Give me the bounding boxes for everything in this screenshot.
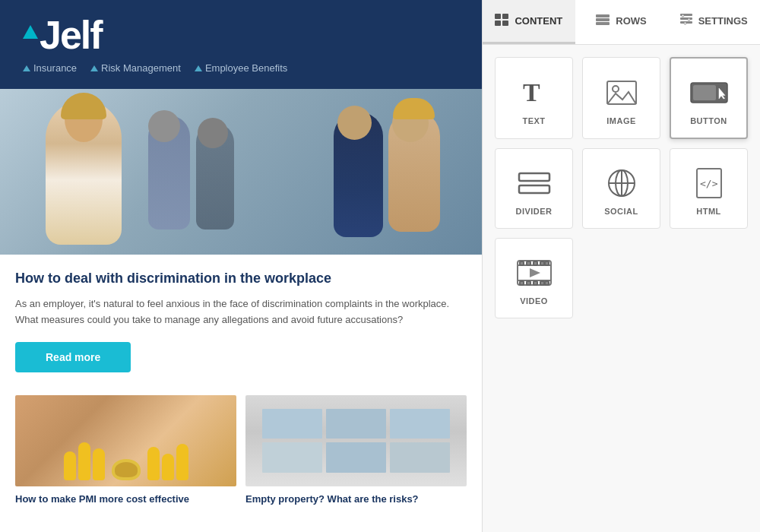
svg-rect-5 bbox=[596, 18, 610, 21]
text-icon: T bbox=[515, 77, 554, 109]
svg-rect-36 bbox=[527, 281, 530, 285]
tab-settings-label: SETTINGS bbox=[698, 15, 748, 27]
sub-articles: How to make PMI more cost effective bbox=[0, 395, 482, 521]
content-item-html[interactable]: </> HTML bbox=[670, 148, 748, 229]
nav-employee-benefits: Employee Benefits bbox=[195, 62, 287, 74]
button-item-label: BUTTON bbox=[690, 116, 727, 125]
hero-image bbox=[0, 89, 482, 255]
button-icon bbox=[689, 77, 729, 109]
hero-image-inner bbox=[0, 89, 482, 255]
nav-arrow-icon bbox=[90, 65, 98, 71]
people-figures bbox=[64, 395, 188, 486]
svg-text:</>: </> bbox=[700, 178, 718, 189]
svg-rect-38 bbox=[540, 281, 544, 285]
figure-1 bbox=[64, 451, 76, 480]
svg-rect-6 bbox=[596, 22, 610, 25]
sub-article-1: How to make PMI more cost effective bbox=[15, 395, 236, 506]
html-item-label: HTML bbox=[696, 207, 721, 216]
svg-rect-31 bbox=[527, 261, 530, 265]
image-item-label: IMAGE bbox=[606, 116, 636, 125]
main-article: How to deal with discrimination in the w… bbox=[0, 255, 482, 395]
content-tab-icon bbox=[495, 14, 508, 28]
svg-rect-34 bbox=[545, 261, 549, 265]
svg-rect-11 bbox=[688, 18, 690, 21]
content-item-text[interactable]: T TEXT bbox=[495, 57, 573, 139]
tab-rows[interactable]: ROWS bbox=[575, 0, 668, 44]
logo-diamond-icon bbox=[23, 25, 38, 39]
nav-arrow-icon bbox=[23, 65, 30, 71]
svg-rect-17 bbox=[693, 85, 716, 100]
svg-rect-1 bbox=[502, 14, 508, 19]
logo: Jelf bbox=[23, 15, 102, 55]
main-article-body: As an employer, it's natural to feel anx… bbox=[15, 296, 467, 328]
email-preview-panel: Jelf Insurance Risk Management Employee … bbox=[0, 0, 483, 532]
social-icon bbox=[602, 167, 641, 199]
settings-tab-icon bbox=[680, 14, 692, 28]
svg-marker-40 bbox=[530, 268, 540, 277]
svg-rect-4 bbox=[596, 14, 610, 17]
nav-insurance: Insurance bbox=[23, 62, 77, 74]
content-item-video[interactable]: VIDEO bbox=[495, 238, 573, 318]
divider-item-label: DIVIDER bbox=[515, 207, 552, 216]
rows-tab-icon bbox=[596, 14, 610, 27]
figure-6 bbox=[176, 444, 188, 480]
svg-rect-37 bbox=[534, 281, 537, 285]
svg-rect-20 bbox=[519, 185, 549, 193]
svg-rect-30 bbox=[520, 261, 524, 265]
logo-text: Jelf bbox=[40, 15, 102, 55]
content-item-social[interactable]: SOCIAL bbox=[582, 148, 660, 229]
svg-text:T: T bbox=[523, 78, 540, 106]
svg-rect-33 bbox=[540, 261, 544, 265]
svg-rect-32 bbox=[534, 261, 537, 265]
image-icon bbox=[602, 77, 641, 109]
svg-rect-12 bbox=[684, 22, 686, 24]
content-item-button[interactable]: BUTTON bbox=[670, 57, 748, 139]
figure-3 bbox=[93, 448, 105, 480]
nav-risk-management: Risk Management bbox=[90, 62, 181, 74]
sub-article-1-title: How to make PMI more cost effective bbox=[15, 492, 236, 506]
tab-content[interactable]: CONTENT bbox=[483, 0, 575, 44]
nav-arrow-icon bbox=[195, 65, 202, 71]
svg-rect-8 bbox=[680, 17, 692, 20]
svg-rect-0 bbox=[495, 14, 501, 19]
html-icon: </> bbox=[689, 167, 729, 199]
video-item-label: VIDEO bbox=[520, 296, 548, 306]
sub-article-2: Empty property? What are the risks? bbox=[245, 395, 467, 506]
read-more-button[interactable]: Read more bbox=[15, 342, 131, 372]
text-item-label: TEXT bbox=[522, 116, 545, 125]
tab-settings[interactable]: SETTINGS bbox=[667, 0, 760, 44]
figure-5 bbox=[162, 454, 174, 480]
content-item-image[interactable]: IMAGE bbox=[582, 57, 660, 139]
svg-rect-39 bbox=[545, 281, 549, 285]
svg-rect-2 bbox=[495, 21, 501, 26]
right-panel: CONTENT ROWS bbox=[483, 0, 760, 532]
svg-rect-14 bbox=[607, 81, 636, 104]
svg-rect-10 bbox=[682, 14, 684, 17]
svg-rect-3 bbox=[502, 21, 508, 26]
figure-2 bbox=[78, 442, 90, 480]
video-icon bbox=[515, 257, 554, 289]
svg-point-15 bbox=[613, 86, 619, 92]
figure-4 bbox=[147, 447, 160, 480]
svg-rect-19 bbox=[519, 173, 549, 181]
sub-article-2-title: Empty property? What are the risks? bbox=[245, 492, 467, 506]
coin-icon bbox=[112, 459, 141, 480]
svg-rect-35 bbox=[520, 281, 524, 285]
content-item-divider[interactable]: DIVIDER bbox=[495, 148, 573, 229]
nav-links: Insurance Risk Management Employee Benef… bbox=[23, 62, 287, 74]
tab-content-label: CONTENT bbox=[515, 15, 562, 27]
divider-icon bbox=[515, 167, 554, 199]
sub-article-1-image bbox=[15, 395, 236, 486]
tabs-header: CONTENT ROWS bbox=[483, 0, 760, 45]
tab-rows-label: ROWS bbox=[616, 15, 646, 27]
content-items-grid: T TEXT IMAGE bbox=[483, 45, 760, 532]
sub-article-2-image bbox=[245, 395, 467, 486]
email-header: Jelf Insurance Risk Management Employee … bbox=[0, 0, 482, 89]
main-article-title: How to deal with discrimination in the w… bbox=[15, 270, 467, 287]
social-item-label: SOCIAL bbox=[604, 207, 638, 216]
